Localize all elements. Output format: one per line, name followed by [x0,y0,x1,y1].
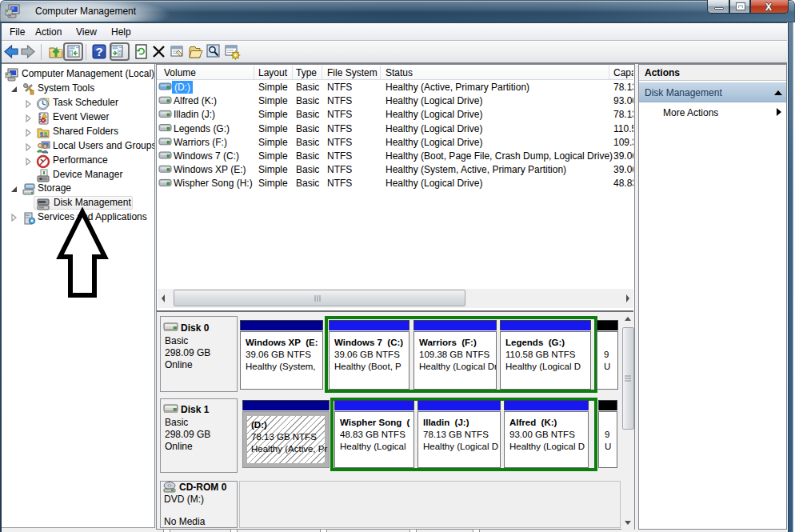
svg-text:?: ? [96,45,103,58]
